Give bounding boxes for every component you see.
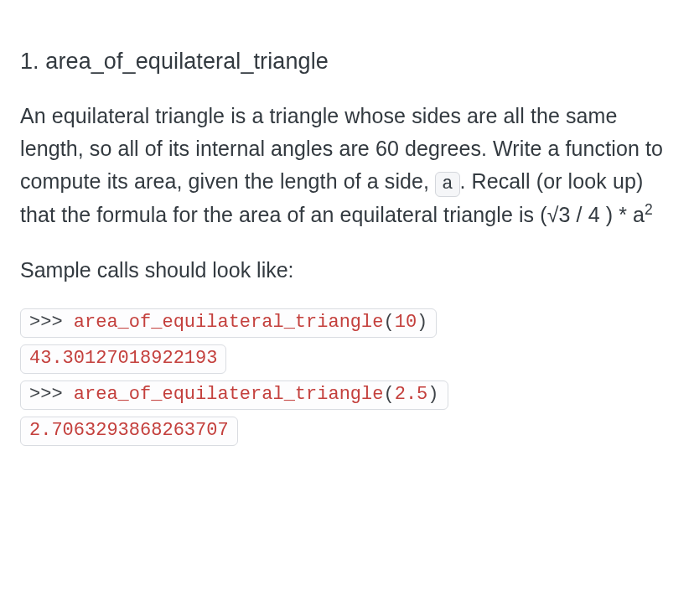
repl-close-paren: )	[427, 384, 438, 405]
repl-line-call-2: >>> area_of_equilateral_triangle(2.5)	[20, 380, 448, 410]
repl-prompt: >>>	[29, 384, 74, 405]
repl-output: 2.7063293868263707	[29, 420, 229, 441]
repl-fn-name: area_of_equilateral_triangle	[74, 384, 384, 405]
repl-close-paren: )	[417, 312, 427, 333]
formula-exponent: 2	[645, 200, 653, 217]
repl-prompt: >>>	[29, 312, 74, 333]
repl-open-paren: (	[383, 312, 394, 333]
exercise-description: An equilateral triangle is a triangle wh…	[20, 100, 674, 230]
exercise-title: 1. area_of_equilateral_triangle	[20, 49, 674, 75]
repl-fn-name: area_of_equilateral_triangle	[74, 312, 384, 333]
repl-arg: 2.5	[395, 384, 428, 405]
scroll-spacer	[20, 453, 674, 616]
repl-open-paren: (	[383, 384, 394, 405]
repl-line-output-2: 2.7063293868263707	[20, 417, 238, 446]
document-scroll-area[interactable]: 1. area_of_equilateral_triangle An equil…	[0, 0, 694, 616]
repl-arg: 10	[395, 312, 417, 333]
formula-base: (√3 / 4 ) * a	[540, 203, 645, 226]
repl-output: 43.30127018922193	[29, 348, 217, 369]
sample-calls-intro: Sample calls should look like:	[20, 254, 674, 287]
repl-sample: >>> area_of_equilateral_triangle(10) 43.…	[20, 308, 674, 453]
inline-code-a: a	[435, 172, 459, 197]
area-formula: (√3 / 4 ) * a2	[540, 203, 653, 226]
repl-line-output-1: 43.30127018922193	[20, 344, 226, 374]
repl-line-call-1: >>> area_of_equilateral_triangle(10)	[20, 308, 437, 338]
